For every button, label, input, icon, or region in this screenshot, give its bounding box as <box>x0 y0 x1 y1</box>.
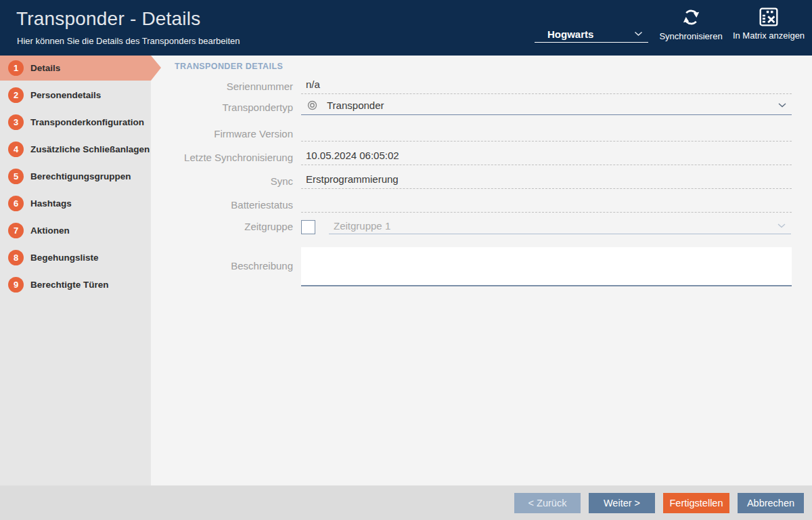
field-row-firmware: Firmware Version <box>151 125 792 142</box>
sidebar-item-label: Personendetails <box>30 90 101 100</box>
firmware-value <box>301 125 792 142</box>
page-title: Transponder - Details <box>16 8 200 30</box>
section-title: TRANSPONDER DETAILS <box>175 62 283 71</box>
firmware-label: Firmware Version <box>151 128 293 142</box>
chevron-down-icon <box>634 31 643 37</box>
sidebar-item-aktionen[interactable]: 7 Aktionen <box>0 218 151 243</box>
field-row-transpondertyp: Transpondertyp Transponder <box>151 99 792 115</box>
sidebar: 1 Details 2 Personendetails 3 Transponde… <box>0 56 151 485</box>
next-button[interactable]: Weiter > <box>589 493 655 513</box>
field-row-letzte-synchronisierung: Letzte Synchronisierung 10.05.2024 06:05… <box>151 149 792 165</box>
beschreibung-label: Beschreibung <box>151 260 293 274</box>
field-row-batteriestatus: Batteriestatus <box>151 196 792 213</box>
transponder-icon <box>307 100 317 110</box>
sidebar-item-label: Berechtigte Türen <box>30 280 109 290</box>
step-number-badge: 3 <box>8 114 24 130</box>
footer: < Zurück Weiter > Fertigstellen Abbreche… <box>0 485 812 520</box>
step-number-badge: 2 <box>8 87 24 103</box>
step-number-badge: 5 <box>8 169 24 184</box>
chevron-down-icon <box>777 223 788 228</box>
transpondertyp-select[interactable]: Transponder <box>301 99 792 115</box>
sidebar-item-label: Begehungsliste <box>30 253 99 263</box>
zeitgruppe-checkbox[interactable] <box>301 220 315 234</box>
seriennummer-value: n/a <box>301 78 792 94</box>
main-panel: TRANSPONDER DETAILS Seriennummer n/a Tra… <box>151 56 812 485</box>
synchronize-label: Synchronisieren <box>659 31 722 41</box>
step-number-badge: 6 <box>8 196 24 211</box>
finish-button[interactable]: Fertigstellen <box>663 493 729 513</box>
sidebar-item-berechtigte-tueren[interactable]: 9 Berechtigte Türen <box>0 272 151 297</box>
sidebar-item-personendetails[interactable]: 2 Personendetails <box>0 83 151 108</box>
letzte-synchronisierung-label: Letzte Synchronisierung <box>151 152 293 165</box>
field-row-beschreibung: Beschreibung <box>151 247 792 286</box>
sidebar-item-zusaetzliche-schliessanlagen[interactable]: 4 Zusätzliche Schließanlagen <box>0 137 151 162</box>
sidebar-item-label: Hashtags <box>30 198 72 209</box>
sidebar-item-label: Aktionen <box>30 225 70 236</box>
matrix-icon <box>729 7 808 27</box>
sidebar-item-label: Zusätzliche Schließanlagen <box>30 144 150 154</box>
step-number-badge: 9 <box>8 277 24 292</box>
header: Transponder - Details Hier können Sie di… <box>0 0 812 56</box>
sidebar-item-transponderkonfiguration[interactable]: 3 Transponderkonfiguration <box>0 110 151 135</box>
batteriestatus-label: Batteriestatus <box>151 199 293 213</box>
step-number-badge: 8 <box>8 250 24 265</box>
field-row-seriennummer: Seriennummer n/a <box>151 78 792 94</box>
sidebar-item-label: Details <box>30 63 60 73</box>
sidebar-item-details[interactable]: 1 Details <box>0 56 151 81</box>
zeitgruppe-value: Zeitgruppe 1 <box>334 220 390 232</box>
step-number-badge: 7 <box>8 223 24 238</box>
step-number-badge: 4 <box>8 142 24 157</box>
transpondertyp-value: Transponder <box>327 100 384 111</box>
sidebar-item-berechtigungsgruppen[interactable]: 5 Berechtigungsgruppen <box>0 164 151 189</box>
seriennummer-label: Seriennummer <box>151 81 293 94</box>
sidebar-item-hashtags[interactable]: 6 Hashtags <box>0 191 151 216</box>
cancel-button[interactable]: Abbrechen <box>738 493 804 513</box>
field-row-zeitgruppe: Zeitgruppe Zeitgruppe 1 <box>151 220 792 234</box>
show-in-matrix-label: In Matrix anzeigen <box>733 30 805 41</box>
app-window: Transponder - Details Hier können Sie di… <box>0 0 812 520</box>
sync-icon <box>653 7 729 28</box>
project-selector-value: Hogwarts <box>547 28 593 40</box>
sidebar-item-begehungsliste[interactable]: 8 Begehungsliste <box>0 245 151 270</box>
project-selector[interactable]: Hogwarts <box>535 26 648 43</box>
show-in-matrix-button[interactable]: In Matrix anzeigen <box>729 7 808 41</box>
sidebar-item-label: Berechtigungsgruppen <box>30 171 131 181</box>
zeitgruppe-label: Zeitgruppe <box>151 221 293 234</box>
synchronize-button[interactable]: Synchronisieren <box>653 7 729 42</box>
step-number-badge: 1 <box>8 60 24 76</box>
zeitgruppe-select: Zeitgruppe 1 <box>329 220 791 234</box>
field-row-sync: Sync Erstprogrammierung <box>151 173 792 189</box>
back-button[interactable]: < Zurück <box>514 493 581 513</box>
page-subtitle: Hier können Sie die Details des Transpon… <box>17 36 240 46</box>
letzte-synchronisierung-value: 10.05.2024 06:05:02 <box>301 149 792 165</box>
sync-value: Erstprogrammierung <box>301 173 792 189</box>
sync-label: Sync <box>151 175 293 189</box>
transpondertyp-label: Transpondertyp <box>151 102 293 115</box>
sidebar-item-label: Transponderkonfiguration <box>30 117 144 127</box>
chevron-down-icon <box>778 103 789 108</box>
batteriestatus-value <box>301 196 792 213</box>
beschreibung-textarea[interactable] <box>301 247 792 286</box>
